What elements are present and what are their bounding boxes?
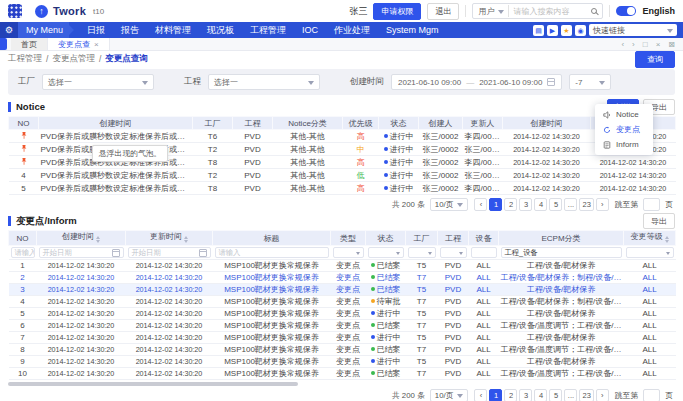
range-preset-select[interactable]: -7 <box>569 74 611 90</box>
message-icon[interactable]: ▤ <box>533 25 544 36</box>
factory-filter-select[interactable] <box>408 247 436 258</box>
menu-item-change-point[interactable]: 变更点 <box>595 122 653 137</box>
nav-item[interactable]: 材料管理 <box>147 22 199 38</box>
process-filter-select[interactable] <box>440 247 467 258</box>
logout-button[interactable]: 退出 <box>427 3 459 20</box>
play-icon[interactable]: ▶ <box>547 25 558 36</box>
no-filter-input[interactable]: 请输入 <box>11 247 35 258</box>
page-button[interactable]: 23 <box>579 198 593 211</box>
apply-permission-button[interactable]: 申请权限 <box>373 3 421 20</box>
status-filter-select[interactable] <box>368 247 404 258</box>
page-button[interactable]: 5 <box>549 389 562 401</box>
title-filter-input[interactable]: 请输入 <box>215 247 329 258</box>
change-table-row[interactable]: 5 2014-12-02 14:30:20 2014-12-02 14:30:2… <box>9 308 676 320</box>
title-cell[interactable]: MSP100靶材更换常规保养 <box>213 296 331 308</box>
nav-item[interactable]: 工程管理 <box>242 22 294 38</box>
title-cell[interactable]: MSP100靶材更换常规保养 <box>213 332 331 344</box>
tab-home[interactable]: 首页 <box>11 38 48 50</box>
page-button[interactable]: ... <box>564 198 577 211</box>
sort-icon[interactable] <box>665 234 669 245</box>
page-button[interactable]: 2 <box>504 389 517 401</box>
apps-grid-icon[interactable] <box>8 4 22 18</box>
quick-link-select[interactable]: 快速链接 <box>589 24 677 36</box>
notice-title-cell[interactable]: PVD保养后或膜秒数设定标准保养后或膜秒... <box>39 169 193 182</box>
title-cell[interactable]: MSP100靶材更换常规保养 <box>213 260 331 272</box>
search-scope-select[interactable]: 用户 <box>478 6 494 17</box>
close-icon[interactable]: × <box>94 40 99 49</box>
change-table-row[interactable]: 6 2014-12-02 14:30:20 2014-12-02 14:30:2… <box>9 320 676 332</box>
page-button[interactable]: 2 <box>504 198 517 211</box>
language-toggle[interactable] <box>616 6 636 16</box>
page-size-select[interactable]: 10/页 <box>430 198 469 211</box>
notice-table-row[interactable]: 4 PVD保养后或膜秒数设定标准保养后或膜秒... T2 PVD 其他-其他 低… <box>9 169 676 182</box>
nav-item[interactable]: 现况板 <box>199 22 242 38</box>
prev-tab-icon[interactable]: ‹ <box>621 40 624 49</box>
page-button[interactable]: 1 <box>489 198 502 211</box>
close-tab-icon[interactable]: × <box>656 40 661 49</box>
change-table-row[interactable]: 9 2014-12-02 14:30:20 2014-12-02 14:30:2… <box>9 356 676 368</box>
title-cell[interactable]: MSP100靶材更换常规保养 <box>213 272 331 284</box>
sort-icon[interactable] <box>96 234 100 245</box>
title-cell[interactable]: MSP100靶材更换常规保养 <box>213 308 331 320</box>
nav-item[interactable]: 日报 <box>79 22 113 38</box>
nav-item[interactable]: System Mgm <box>378 22 447 38</box>
export-button[interactable]: 导出 <box>643 213 675 229</box>
notice-title-cell[interactable]: PVD保养后或膜秒数设定标准保养后或膜秒... <box>39 182 193 195</box>
page-jump-input[interactable] <box>643 198 660 211</box>
page-button[interactable]: 3 <box>519 389 532 401</box>
type-filter-select[interactable] <box>333 247 364 258</box>
page-size-select[interactable]: 10/页 <box>430 389 469 401</box>
global-search[interactable]: 用户 请输入搜索内容 <box>472 3 603 19</box>
change-table-row[interactable]: 1 2014-12-02 14:30:20 2014-12-02 14:30:2… <box>9 260 676 272</box>
breadcrumb-item[interactable]: 工程管理 <box>8 53 42 65</box>
close-all-icon[interactable]: ⊠ <box>668 40 675 49</box>
updated-filter-input[interactable]: 开始日期 <box>128 247 211 258</box>
page-button[interactable]: 23 <box>579 389 593 401</box>
title-cell[interactable]: MSP100靶材更换常规保养 <box>213 356 331 368</box>
page-button[interactable]: 4 <box>534 198 547 211</box>
nav-item[interactable]: 报告 <box>113 22 147 38</box>
nav-item[interactable]: IOC <box>294 22 326 38</box>
title-cell[interactable]: MSP100靶材更换常规保养 <box>213 320 331 332</box>
pager-next-button[interactable]: › <box>596 198 609 211</box>
level-filter-select[interactable] <box>626 247 674 258</box>
change-table-row[interactable]: 2 2014-12-02 14:30:20 2014-12-02 14:30:2… <box>9 272 676 284</box>
ecpm-filter-input[interactable]: 工程_设备 <box>501 247 622 258</box>
page-button[interactable]: 1 <box>489 389 502 401</box>
notice-table-row[interactable]: PVD保养后或膜秒数设定标准保养后或膜秒... T6 PVD 其他-其他 高 进… <box>9 130 676 143</box>
notice-title-cell[interactable]: PVD保养后或膜秒数设定标准保养后或膜秒... <box>39 130 193 143</box>
title-cell[interactable]: MSP100靶材更换常规保养 <box>213 344 331 356</box>
change-table-row[interactable]: 3 2014-12-02 14:30:20 2014-12-02 14:30:2… <box>9 284 676 296</box>
search-icon[interactable] <box>591 8 597 14</box>
process-select[interactable]: 选择一 <box>208 74 320 90</box>
sort-icon[interactable] <box>184 234 188 245</box>
change-table-row[interactable]: 4 2014-12-02 14:30:20 2014-12-02 14:30:2… <box>9 296 676 308</box>
change-table-row[interactable]: 7 2014-12-02 14:30:20 2014-12-02 14:30:2… <box>9 332 676 344</box>
created-filter-input[interactable]: 开始日期 <box>39 247 124 258</box>
star-icon[interactable]: ★ <box>561 25 572 36</box>
page-jump-input[interactable] <box>643 389 660 401</box>
gear-icon[interactable]: ⚙ <box>0 22 18 38</box>
menu-item-inform[interactable]: Inform <box>595 137 653 152</box>
restore-icon[interactable]: □ <box>643 40 648 49</box>
my-menu-button[interactable]: My Menu <box>18 22 69 38</box>
change-table-row[interactable]: 10 2014-12-02 14:30:20 2014-12-02 14:30:… <box>9 368 676 380</box>
query-button[interactable]: 查询 <box>635 51 675 68</box>
menu-item-notice[interactable]: Notice <box>595 107 653 122</box>
next-tab-icon[interactable]: › <box>632 40 635 49</box>
tab-change-query[interactable]: 变更点查 × <box>48 38 110 50</box>
title-cell[interactable]: MSP100靶材更换常规保养 <box>213 284 331 296</box>
nav-item[interactable]: 作业处理 <box>326 22 378 38</box>
target-icon[interactable]: ◉ <box>575 25 586 36</box>
notice-table-row[interactable]: 5 PVD保养后或膜秒数设定标准保养后或膜秒... T8 PVD 其他-其他 高… <box>9 182 676 195</box>
factory-select[interactable]: 选择一 <box>42 74 154 90</box>
breadcrumb-item[interactable]: 变更点管理 <box>52 53 95 65</box>
change-table-row[interactable]: 8 2014-12-02 14:30:20 2014-12-02 14:30:2… <box>9 344 676 356</box>
pager-next-button[interactable]: › <box>596 389 609 401</box>
page-button[interactable]: ... <box>564 389 577 401</box>
pager-prev-button[interactable]: ‹ <box>474 198 487 211</box>
equipment-filter-input[interactable] <box>471 247 497 258</box>
pager-prev-button[interactable]: ‹ <box>474 389 487 401</box>
page-button[interactable]: 4 <box>534 389 547 401</box>
search-input[interactable]: 请输入搜索内容 <box>513 6 587 17</box>
